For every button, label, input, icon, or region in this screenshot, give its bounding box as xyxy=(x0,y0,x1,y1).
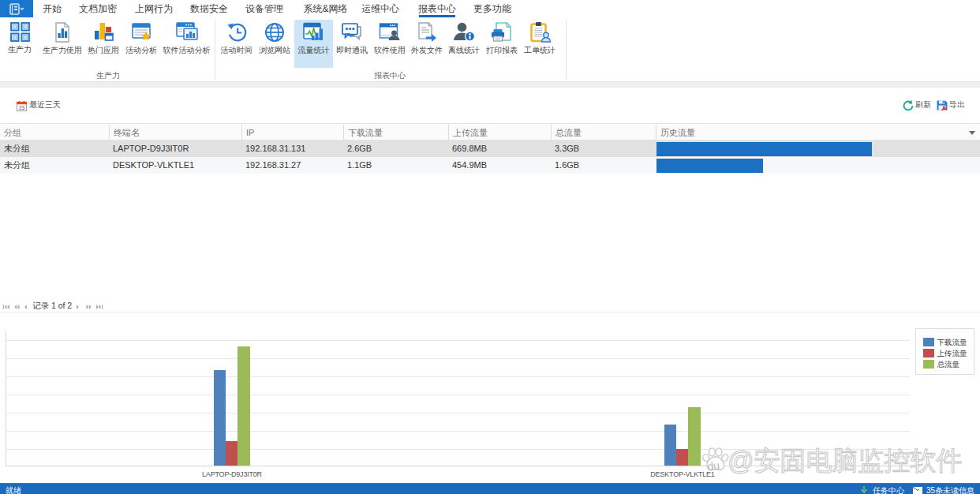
svg-text:du: du xyxy=(706,458,720,473)
svg-text:23: 23 xyxy=(18,105,24,110)
